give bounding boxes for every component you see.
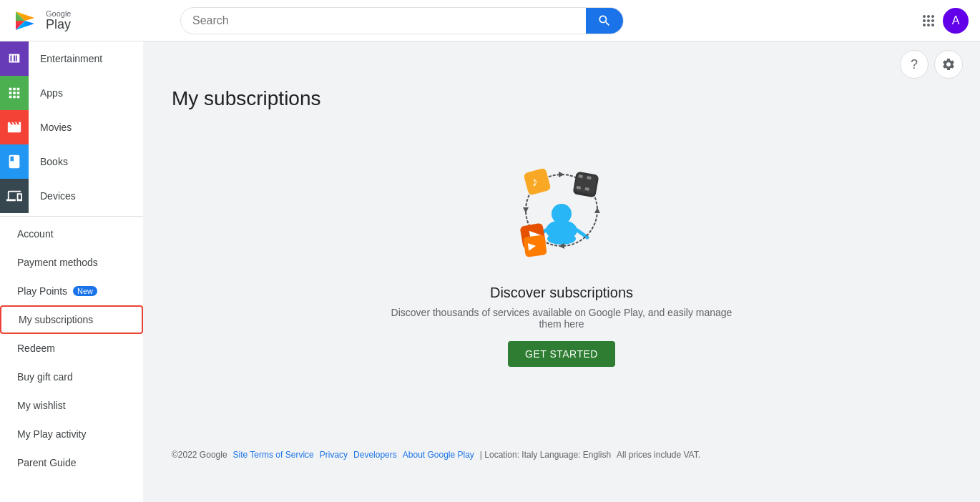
film-icon <box>6 119 22 135</box>
settings-button[interactable] <box>934 50 963 79</box>
sidebar-item-play-points[interactable]: Play Points New <box>0 277 143 305</box>
footer-link-privacy[interactable]: Privacy <box>320 450 348 460</box>
svg-rect-14 <box>574 173 597 195</box>
logo-google-label: Google <box>46 9 71 18</box>
books-icon <box>0 144 29 179</box>
movies-icon <box>0 110 29 144</box>
sidebar-books-label: Books <box>40 156 68 167</box>
sidebar-devices-label: Devices <box>40 190 76 202</box>
help-button[interactable]: ? <box>900 50 928 79</box>
google-play-logo[interactable]: Google Play <box>11 6 169 35</box>
footer-link-tos[interactable]: Site Terms of Service <box>233 450 314 460</box>
sidebar-item-parent-guide[interactable]: Parent Guide <box>0 448 143 477</box>
page-title: My subscriptions <box>172 87 951 110</box>
help-icon: ? <box>911 57 918 72</box>
logo-play-label: Play <box>46 18 71 32</box>
sidebar-divider <box>0 216 143 217</box>
user-avatar-button[interactable]: A <box>943 8 969 34</box>
search-bar <box>180 7 624 34</box>
sidebar-item-payment-methods[interactable]: Payment methods <box>0 248 143 277</box>
get-started-button[interactable]: GET STARTED <box>508 341 615 367</box>
devices-icon <box>0 179 29 213</box>
discover-subtitle: Discover thousands of services available… <box>383 307 740 330</box>
svg-marker-6 <box>594 207 600 213</box>
search-input[interactable] <box>181 9 586 33</box>
svg-text:▶: ▶ <box>527 240 536 252</box>
footer-vat: All prices include VAT. <box>617 450 700 460</box>
sidebar-item-my-wishlist[interactable]: My wishlist <box>0 391 143 420</box>
sidebar-item-books[interactable]: Books <box>0 144 143 179</box>
footer-location: | Location: Italy Language: English <box>480 450 611 460</box>
google-apps-button[interactable] <box>920 12 937 29</box>
footer-copyright: ©2022 Google <box>172 450 227 460</box>
search-icon <box>597 14 612 28</box>
search-button[interactable] <box>586 8 623 34</box>
empty-state: ♪ 🎬 ▶ Discover <box>172 139 951 381</box>
sidebar-entertainment-label: Entertainment <box>40 53 102 64</box>
sidebar-movies-label: Movies <box>40 122 72 133</box>
top-bar: ? <box>143 41 980 87</box>
avatar: A <box>943 8 969 34</box>
header-right: A <box>920 8 969 34</box>
sidebar-item-redeem[interactable]: Redeem <box>0 334 143 363</box>
sidebar: Entertainment Apps Movies <box>0 41 143 502</box>
sidebar-item-my-play-activity[interactable]: My Play activity <box>0 420 143 448</box>
sidebar-item-devices[interactable]: Devices <box>0 179 143 213</box>
sidebar-item-entertainment[interactable]: Entertainment <box>0 41 143 76</box>
apps-grid-icon <box>6 85 22 101</box>
monitor-icon <box>6 188 22 204</box>
new-badge: New <box>73 286 97 296</box>
grid-dots-icon <box>920 12 937 29</box>
header: Google Play A <box>0 0 980 41</box>
discover-title: Discover subscriptions <box>490 285 633 301</box>
footer: ©2022 Google Site Terms of Service Priva… <box>143 438 980 471</box>
footer-link-about[interactable]: About Google Play <box>403 450 474 460</box>
sidebar-item-movies[interactable]: Movies <box>0 110 143 144</box>
gear-icon <box>941 57 956 72</box>
svg-marker-9 <box>559 172 564 177</box>
sidebar-item-my-subscriptions[interactable]: My subscriptions <box>0 305 143 334</box>
sidebar-item-apps[interactable]: Apps <box>0 76 143 110</box>
svg-point-5 <box>547 233 576 245</box>
apps-icon <box>0 76 29 110</box>
subscriptions-illustration: ♪ 🎬 ▶ <box>504 153 619 267</box>
footer-link-developers[interactable]: Developers <box>353 450 397 460</box>
svg-marker-8 <box>523 207 529 213</box>
play-logo-icon <box>11 6 40 35</box>
sidebar-apps-label: Apps <box>40 87 63 99</box>
subscriptions-container: My subscriptions <box>143 87 980 410</box>
book-icon <box>6 154 22 169</box>
entertainment-icon <box>0 41 29 76</box>
grid-icon <box>6 51 22 67</box>
svg-line-4 <box>577 230 587 237</box>
main-layout: Entertainment Apps Movies <box>0 41 980 502</box>
sidebar-item-account[interactable]: Account <box>0 220 143 248</box>
sidebar-item-buy-gift-card[interactable]: Buy gift card <box>0 363 143 391</box>
logo-text: Google Play <box>46 9 71 32</box>
main-content: ? My subscriptions <box>143 41 980 502</box>
